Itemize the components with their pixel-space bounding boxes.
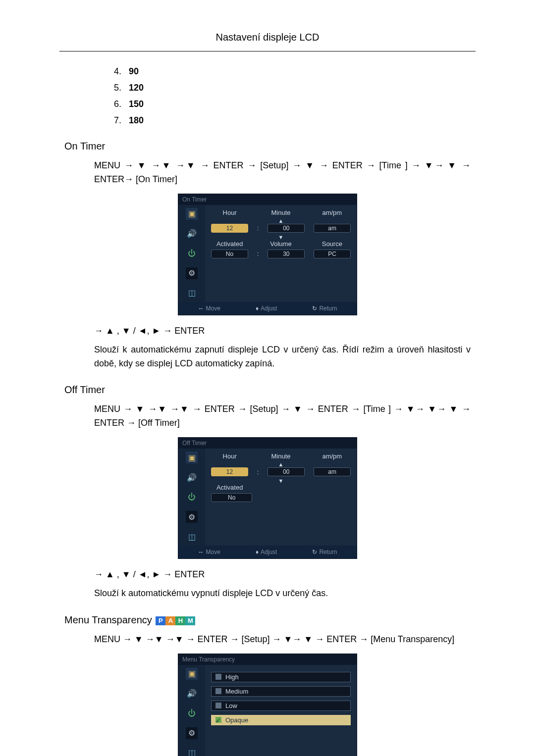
osd-off-timer: Off Timer ▣ 🔊 ⏻ ⚙ ◫ Hour Minute am/pm ▲ [178, 437, 357, 559]
badge-a: A [165, 616, 175, 625]
trans-option-low[interactable]: Low [211, 701, 351, 711]
desc-on: Slouží k automatickému zapnutí displeje … [94, 343, 471, 371]
checkbox-icon [215, 688, 221, 694]
section-heading-off-timer: Off Timer [64, 384, 471, 396]
nav-path-off: MENU → ▼ →▼ →▼ → ENTER → [Setup] → ▼ → E… [94, 403, 471, 430]
nav-after-on: → ▲ , ▼ / ◄, ► → ENTER [94, 324, 471, 338]
nav-path-on: MENU → ▼ →▼ →▼ → ENTER → [Setup] → ▼ → E… [94, 159, 471, 187]
adjust-icon: ♦ [256, 549, 259, 555]
source-field[interactable]: PC [314, 250, 351, 258]
return-icon: ↻ [312, 305, 317, 312]
multi-icon: ◫ [186, 287, 198, 299]
mode-badges: P A H M [156, 616, 195, 625]
divider [59, 51, 476, 51]
sound-icon: 🔊 [186, 688, 198, 700]
minute-field[interactable]: 00 [268, 224, 305, 233]
ampm-field[interactable]: am [314, 467, 351, 476]
trans-option-high[interactable]: High [211, 672, 351, 682]
gear-icon: ⚙ [186, 267, 198, 279]
multi-icon: ◫ [186, 747, 198, 756]
ampm-field[interactable]: am [314, 224, 351, 233]
adjust-icon: ♦ [256, 305, 259, 312]
trans-option-opaque[interactable]: ✓Opaque [211, 715, 351, 725]
osd-on-timer: On Timer ▣ 🔊 ⏻ ⚙ ◫ Hour Minute am/pm ▲ [178, 194, 357, 315]
labels-row-1: Hour Minute am/pm [211, 209, 351, 216]
list-item: 5.120 [114, 83, 471, 93]
up-arrow-icon: ▲ [211, 462, 351, 467]
osd-footer: ↔Move ♦Adjust ↻Return [178, 546, 357, 558]
picture-icon: ▣ [186, 452, 198, 463]
badge-h: H [175, 616, 185, 625]
list-item: 4.90 [114, 66, 471, 77]
nav-after-off: → ▲ , ▼ / ◄, ► → ENTER [94, 568, 471, 582]
move-icon: ↔ [198, 305, 204, 312]
sound-icon: 🔊 [186, 471, 198, 483]
down-arrow-icon: ▼ [211, 478, 351, 484]
osd-sidebar: ▣ 🔊 ⏻ ⚙ ◫ [178, 449, 205, 546]
down-arrow-icon: ▼ [211, 235, 351, 240]
labels-row-1: Hour Minute am/pm [211, 453, 351, 460]
activated-field[interactable]: No [211, 493, 252, 502]
section-heading-menu-transparency: Menu Transparency P A H M [64, 614, 471, 626]
page-title: Nastavení displeje LCD [0, 32, 535, 43]
checkbox-icon [215, 703, 221, 708]
badge-p: P [156, 616, 165, 625]
volume-field[interactable]: 30 [268, 250, 305, 258]
activated-field[interactable]: No [211, 250, 248, 258]
osd-menu-transparency: Menu Transparency ▣ 🔊 ⏻ ⚙ ◫ High Medium … [178, 654, 357, 756]
list-item: 6.150 [114, 99, 471, 109]
osd-title: Off Timer [178, 438, 357, 449]
osd-footer: ↔Move ♦Adjust ↻Return [178, 302, 357, 315]
multi-icon: ◫ [186, 531, 198, 543]
list-item: 7.180 [114, 115, 471, 126]
gear-icon: ⚙ [186, 511, 198, 523]
trans-option-medium[interactable]: Medium [211, 686, 351, 697]
labels-row-2: Activated [211, 484, 351, 491]
checkbox-icon [215, 674, 221, 680]
hour-field[interactable]: 12 [211, 467, 248, 476]
section-heading-on-timer: On Timer [64, 141, 471, 152]
check-icon: ✓ [215, 717, 221, 723]
power-icon: ⏻ [186, 707, 198, 719]
osd-sidebar: ▣ 🔊 ⏻ ⚙ ◫ [178, 205, 205, 302]
numeric-list: 4.90 5.120 6.150 7.180 [114, 66, 471, 126]
minute-field[interactable]: 00 [268, 467, 305, 476]
badge-m: M [185, 616, 195, 625]
nav-path-trans: MENU → ▼ →▼ →▼ → ENTER → [Setup] → ▼→ ▼ … [94, 633, 471, 647]
move-icon: ↔ [198, 549, 204, 555]
hour-field[interactable]: 12 [211, 224, 248, 233]
power-icon: ⏻ [186, 491, 198, 503]
picture-icon: ▣ [186, 208, 198, 220]
power-icon: ⏻ [186, 248, 198, 259]
desc-off: Slouží k automatickému vypnutí displeje … [94, 587, 471, 601]
picture-icon: ▣ [186, 668, 198, 680]
osd-sidebar: ▣ 🔊 ⏻ ⚙ ◫ [178, 665, 205, 756]
gear-icon: ⚙ [186, 727, 198, 739]
osd-title: On Timer [178, 194, 357, 205]
osd-title: Menu Transparency [178, 654, 357, 665]
labels-row-2: Activated Volume Source [211, 240, 351, 248]
up-arrow-icon: ▲ [211, 218, 351, 224]
return-icon: ↻ [312, 549, 317, 555]
sound-icon: 🔊 [186, 228, 198, 240]
